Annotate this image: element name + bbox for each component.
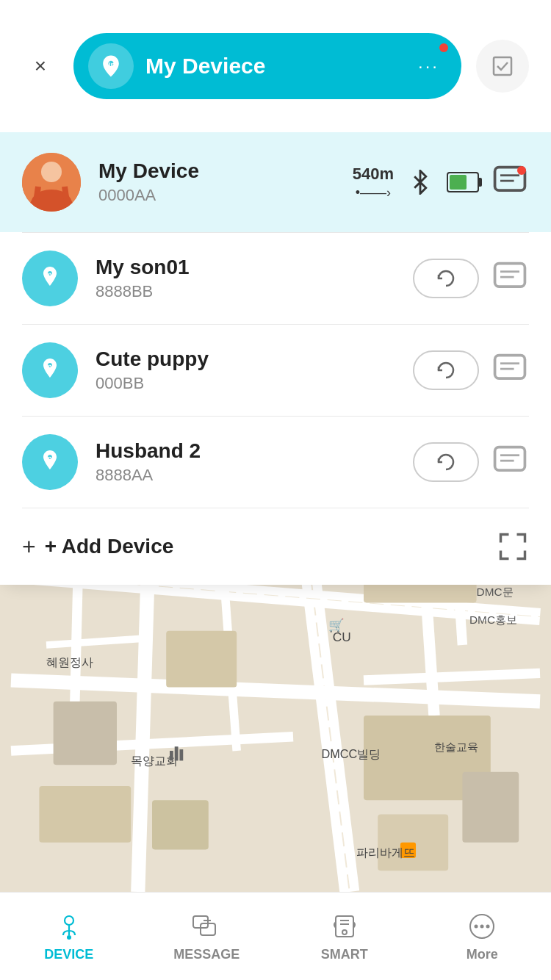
nav-item-smart[interactable]: SMART [276, 903, 414, 970]
main-panel: × in My Deviece ··· [0, 0, 551, 585]
svg-text:in: in [108, 60, 115, 69]
puppy-id: 000BB [96, 374, 413, 393]
husband-message-button[interactable] [491, 443, 529, 481]
svg-rect-34 [494, 57, 511, 75]
my-device-info: My Device 0000AA [98, 159, 353, 205]
svg-point-65 [486, 925, 490, 929]
svg-text:한술교육: 한술교육 [434, 741, 478, 753]
nav-label-message: MESSAGE [173, 947, 240, 962]
svg-rect-7 [54, 702, 117, 765]
svg-rect-10 [152, 800, 209, 849]
svg-point-63 [475, 925, 478, 929]
puppy-avatar: in [22, 342, 78, 398]
check-button[interactable] [476, 40, 529, 93]
my-device-id: 0000AA [98, 186, 353, 205]
header-pill[interactable]: in My Deviece ··· [73, 33, 461, 99]
svg-rect-30 [179, 749, 183, 760]
nav-item-more[interactable]: More [414, 903, 552, 970]
svg-point-52 [65, 916, 73, 925]
nav-item-device[interactable]: DEVICE [0, 903, 138, 970]
svg-rect-29 [175, 746, 179, 760]
pill-logo-icon: in [88, 43, 134, 89]
svg-text:DMC홍보: DMC홍보 [469, 613, 517, 626]
puppy-info: Cute puppy 000BB [96, 347, 413, 393]
add-device-row: + + Add Device [0, 508, 551, 585]
husband-refresh-button[interactable] [413, 442, 479, 482]
svg-point-36 [41, 162, 62, 182]
bottom-navigation: DEVICE MESSAGE SMART More [0, 892, 551, 980]
device-row-son01[interactable]: in My son01 8888BB [0, 233, 551, 324]
son01-message-button[interactable] [491, 259, 529, 298]
notification-dot [439, 43, 448, 52]
son01-avatar: in [22, 251, 78, 306]
nav-label-device: DEVICE [44, 947, 93, 962]
distance-text: 540m [353, 165, 394, 184]
my-device-row[interactable]: My Device 0000AA 540m •——› [0, 132, 551, 232]
svg-text:🛒: 🛒 [328, 617, 345, 633]
svg-text:in: in [46, 271, 52, 279]
husband-avatar: in [22, 434, 78, 490]
svg-text:in: in [46, 363, 52, 371]
distance-badge: 540m •——› [353, 165, 394, 201]
my-device-avatar [22, 153, 81, 212]
son01-name: My son01 [96, 256, 413, 279]
puppy-name: Cute puppy [96, 347, 413, 371]
add-device-label: + Add Device [45, 535, 174, 558]
svg-point-59 [342, 930, 347, 934]
svg-rect-49 [495, 447, 525, 471]
expand-button[interactable] [497, 530, 529, 563]
svg-point-64 [480, 925, 484, 929]
puppy-refresh-button[interactable] [413, 350, 479, 390]
son01-info: My son01 8888BB [96, 256, 413, 301]
son01-refresh-button[interactable] [413, 259, 479, 298]
svg-rect-6 [166, 631, 237, 688]
my-device-status: 540m •——› [353, 163, 529, 201]
nav-label-more: More [467, 947, 498, 962]
husband-id: 8888AA [96, 466, 413, 485]
husband-info: Husband 2 8888AA [96, 439, 413, 485]
svg-point-53 [67, 935, 71, 940]
device-row-husband[interactable]: in Husband 2 8888AA [0, 417, 551, 508]
message-dot [517, 166, 526, 175]
svg-rect-45 [495, 356, 525, 379]
son01-id: 8888BB [96, 282, 413, 301]
svg-rect-41 [495, 264, 525, 287]
svg-rect-9 [39, 786, 131, 843]
plus-icon: + [22, 535, 36, 558]
close-button[interactable]: × [22, 48, 59, 84]
header: × in My Deviece ··· [0, 0, 551, 132]
bluetooth-icon [406, 167, 435, 197]
pill-dots: ··· [418, 56, 439, 76]
husband-name: Husband 2 [96, 439, 413, 463]
pill-title: My Deviece [145, 54, 418, 79]
svg-rect-28 [170, 751, 173, 760]
nav-label-smart: SMART [321, 947, 368, 962]
svg-text:DMCC빌딩: DMCC빌딩 [321, 747, 381, 760]
puppy-message-button[interactable] [491, 351, 529, 389]
battery-icon [447, 172, 479, 192]
distance-arrow: •——› [356, 185, 391, 201]
my-device-name: My Device [98, 159, 353, 183]
svg-text:혜원정사: 혜원정사 [46, 655, 93, 669]
svg-rect-58 [336, 916, 353, 937]
svg-text:파리바게뜨: 파리바게뜨 [356, 846, 415, 859]
nav-item-message[interactable]: MESSAGE [138, 903, 276, 970]
svg-text:DMC문: DMC문 [477, 586, 514, 598]
svg-text:in: in [46, 455, 52, 463]
device-row-puppy[interactable]: in Cute puppy 000BB [0, 325, 551, 416]
svg-rect-12 [462, 772, 519, 843]
add-device-button[interactable]: + + Add Device [22, 535, 173, 558]
my-device-message-button[interactable] [491, 163, 529, 201]
